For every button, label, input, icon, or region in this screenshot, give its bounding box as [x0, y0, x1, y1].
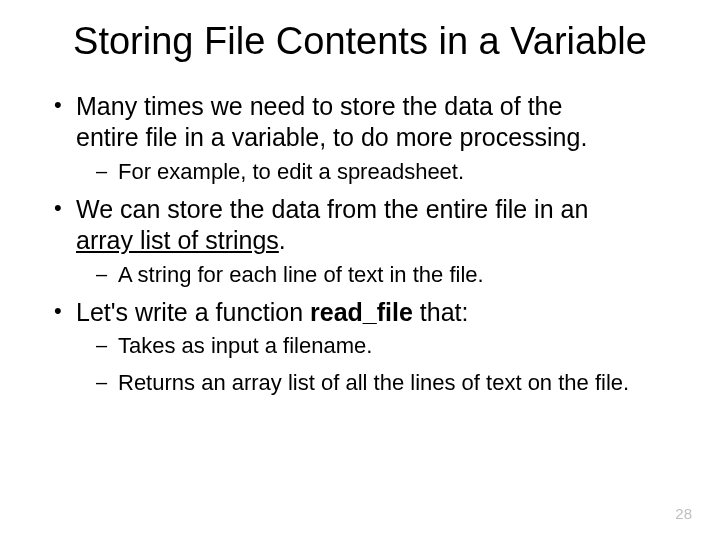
bullet-3: Let's write a function read_file that: — [48, 297, 680, 328]
bullet-1-line2: entire file in a variable, to do more pr… — [76, 123, 587, 151]
bullet-3-sub-1: Takes as input a filename. — [48, 332, 680, 361]
slide: Storing File Contents in a Variable Many… — [0, 0, 720, 540]
bullet-list: Many times we need to store the data of … — [48, 91, 680, 398]
bullet-3-prefix: Let's write a function — [76, 298, 310, 326]
bullet-3-bold: read_file — [310, 298, 413, 326]
bullet-1: Many times we need to store the data of … — [48, 91, 680, 154]
bullet-2-sub-1: A string for each line of text in the fi… — [48, 261, 680, 290]
bullet-1-line1: Many times we need to store the data of … — [76, 92, 562, 120]
bullet-2-tail: . — [279, 226, 286, 254]
bullet-2-underline: array list of strings — [76, 226, 279, 254]
bullet-2: We can store the data from the entire fi… — [48, 194, 680, 257]
bullet-3-suffix: that: — [413, 298, 469, 326]
bullet-1-sub-1: For example, to edit a spreadsheet. — [48, 158, 680, 187]
page-number: 28 — [675, 505, 692, 522]
bullet-2-line1: We can store the data from the entire fi… — [76, 195, 588, 223]
slide-title: Storing File Contents in a Variable — [40, 20, 680, 63]
slide-content: Many times we need to store the data of … — [40, 91, 680, 398]
bullet-3-sub-2: Returns an array list of all the lines o… — [48, 369, 680, 398]
